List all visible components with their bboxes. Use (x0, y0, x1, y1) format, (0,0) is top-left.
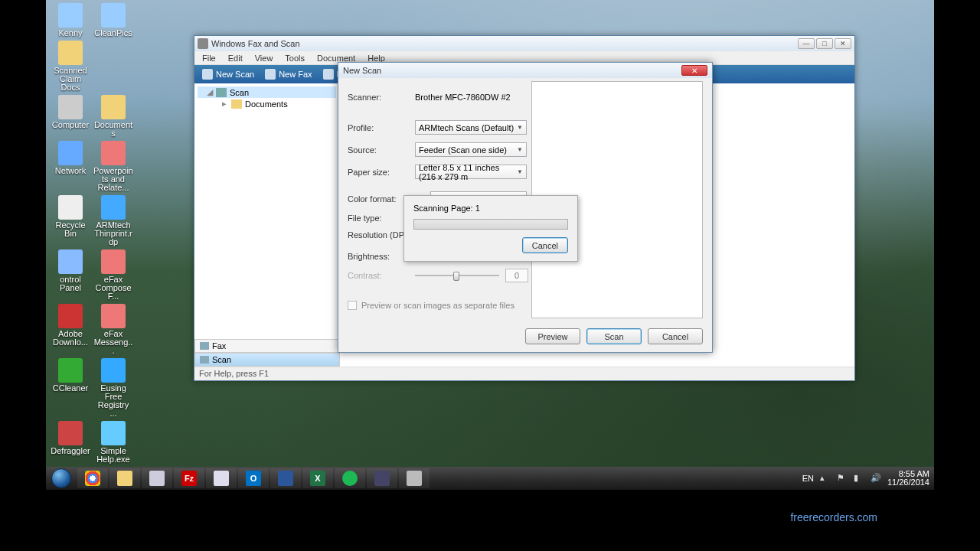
taskbar-outlook[interactable]: O (238, 468, 269, 488)
tree-scan[interactable]: ◢Scan (198, 86, 336, 98)
forward-icon (323, 69, 334, 80)
paper-label: Paper size: (348, 168, 415, 177)
fax-icon (265, 69, 276, 80)
desktop-icon[interactable]: Network (51, 141, 90, 175)
system-tray: EN ▴ ⚑ ▮ 🔊 8:55 AM11/26/2014 (798, 470, 934, 487)
taskbar: Fz O X EN ▴ ⚑ ▮ 🔊 8:55 AM11/26/2014 (46, 467, 934, 490)
desktop-icon[interactable]: ontrol Panel (51, 249, 90, 292)
desktop-icon[interactable]: ARMtech Thinprint.rdp (93, 195, 133, 246)
menu-edit[interactable]: Edit (222, 52, 249, 64)
taskbar-chrome[interactable] (77, 468, 108, 488)
desktop-icon[interactable]: Simple Help.exe (93, 421, 133, 464)
tray-language[interactable]: EN (802, 474, 814, 483)
desktop: KennyCleanPicsScanned Claim DocsComputer… (46, 0, 934, 490)
taskbar-app2[interactable] (206, 468, 237, 488)
dialog-titlebar[interactable]: New Scan ✕ (338, 63, 712, 78)
tray-up-icon[interactable]: ▴ (820, 473, 831, 484)
contrast-value: 0 (505, 269, 528, 282)
menu-file[interactable]: File (196, 52, 222, 64)
desktop-icon[interactable]: Recycle Bin (51, 195, 90, 238)
start-button[interactable] (46, 467, 77, 490)
preview-button[interactable]: Preview (525, 328, 580, 344)
desktop-icons: KennyCleanPicsScanned Claim DocsComputer… (49, 2, 141, 465)
tree-documents[interactable]: ▸Documents (198, 98, 336, 109)
progress-bar (413, 219, 568, 230)
profile-select[interactable]: ARMtech Scans (Default)▼ (415, 120, 527, 135)
paper-select[interactable]: Letter 8.5 x 11 inches (216 x 279 m▼ (415, 165, 527, 179)
taskbar-spotify[interactable] (335, 468, 365, 488)
desktop-icon[interactable]: Computer (51, 95, 90, 129)
progress-text: Scanning Page: 1 (413, 204, 568, 213)
desktop-icon[interactable]: Scanned Claim Docs (51, 41, 90, 92)
tab-scan[interactable]: Scan (194, 353, 340, 367)
nav-tree: ◢Scan ▸Documents (194, 83, 340, 367)
scan-button[interactable]: Scan (586, 328, 642, 344)
tray-network-icon[interactable]: ▮ (854, 473, 864, 484)
menu-tools[interactable]: Tools (279, 52, 311, 64)
desktop-icon[interactable]: eFax Messeng... (93, 304, 133, 355)
desktop-icon[interactable]: Adobe Downlo... (51, 304, 90, 347)
new-scan-button[interactable]: New Scan (198, 67, 259, 81)
dialog-close-button[interactable]: ✕ (681, 65, 707, 76)
cancel-button[interactable]: Cancel (648, 328, 703, 344)
taskbar-faxscan[interactable] (399, 468, 430, 488)
tray-clock[interactable]: 8:55 AM11/26/2014 (887, 470, 929, 487)
wfs-titlebar[interactable]: Windows Fax and Scan — □ ✕ (194, 36, 854, 51)
desktop-icon[interactable]: Kenny (51, 3, 90, 37)
desktop-icon[interactable]: Defraggler (51, 421, 90, 455)
taskbar-excel[interactable]: X (302, 468, 333, 488)
taskbar-app3[interactable] (270, 468, 301, 488)
statusbar: For Help, press F1 (194, 367, 854, 380)
close-button[interactable]: ✕ (835, 38, 851, 49)
watermark: freerecorders.com (790, 511, 877, 523)
desktop-icon[interactable]: CleanPics (93, 3, 133, 37)
desktop-icon[interactable]: Powerpoints and Relate... (93, 141, 133, 192)
desktop-icon[interactable]: Eusing Free Registry ... (93, 358, 133, 418)
desktop-icon[interactable]: CCleaner (51, 358, 90, 393)
source-select[interactable]: Feeder (Scan one side)▼ (415, 142, 527, 157)
taskbar-filezilla[interactable]: Fz (174, 468, 204, 488)
wfs-title: Windows Fax and Scan (211, 39, 798, 48)
scanner-label: Scanner: (348, 93, 415, 102)
contrast-slider (415, 270, 499, 281)
desktop-icon[interactable]: Documents (93, 95, 133, 138)
wfs-app-icon (198, 38, 208, 49)
tab-fax[interactable]: Fax (194, 339, 340, 353)
desktop-icon[interactable]: eFax Compose F... (93, 249, 133, 301)
tray-volume-icon[interactable]: 🔊 (871, 473, 881, 484)
tray-flag-icon[interactable]: ⚑ (837, 473, 848, 484)
contrast-label: Contrast: (348, 271, 415, 280)
taskbar-app1[interactable] (142, 468, 172, 488)
scan-icon (202, 69, 213, 80)
profile-label: Profile: (348, 123, 415, 132)
scanning-progress-dialog: Scanning Page: 1 Cancel (403, 195, 578, 262)
source-label: Source: (348, 145, 415, 155)
menu-view[interactable]: View (249, 52, 279, 64)
maximize-button[interactable]: □ (816, 38, 833, 49)
minimize-button[interactable]: — (798, 38, 815, 49)
taskbar-explorer[interactable] (109, 468, 140, 488)
taskbar-app4[interactable] (367, 468, 397, 488)
progress-cancel-button[interactable]: Cancel (522, 237, 568, 253)
new-fax-button[interactable]: New Fax (260, 67, 316, 81)
